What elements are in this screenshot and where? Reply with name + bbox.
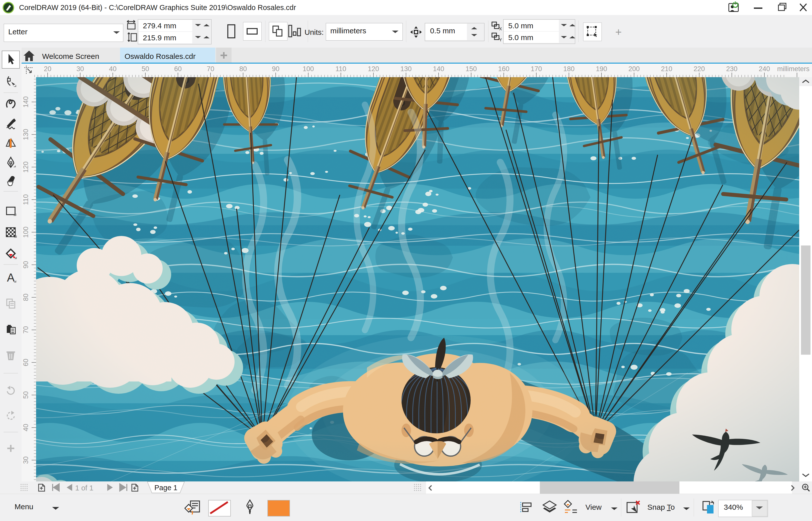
svg-text:100: 100 — [303, 65, 314, 73]
svg-text:A: A — [7, 271, 15, 284]
svg-text:X: X — [499, 27, 502, 31]
svg-text:70: 70 — [207, 65, 214, 73]
svg-text:40: 40 — [109, 65, 116, 73]
svg-text:130: 130 — [22, 129, 29, 140]
svg-text:80: 80 — [239, 65, 247, 73]
svg-text:Page 1: Page 1 — [154, 484, 177, 492]
svg-text:110: 110 — [335, 65, 346, 73]
svg-text:40: 40 — [22, 424, 29, 431]
svg-text:millimeters: millimeters — [777, 65, 810, 73]
svg-text:90: 90 — [272, 65, 280, 73]
svg-text:30: 30 — [76, 65, 84, 73]
svg-text:210: 210 — [661, 65, 672, 73]
svg-text:60: 60 — [174, 65, 182, 73]
svg-text:110: 110 — [22, 194, 29, 205]
svg-text:150: 150 — [465, 65, 477, 73]
svg-text:140: 140 — [433, 65, 444, 73]
svg-text:230: 230 — [726, 65, 737, 73]
svg-text:100: 100 — [22, 226, 29, 238]
svg-text:140: 140 — [22, 96, 29, 108]
svg-text:240: 240 — [759, 65, 770, 73]
svg-text:50: 50 — [22, 391, 29, 399]
svg-text:170: 170 — [530, 65, 542, 73]
svg-text:1 of 1: 1 of 1 — [75, 484, 93, 492]
svg-text:180: 180 — [563, 65, 574, 73]
svg-text:220: 220 — [694, 65, 705, 73]
svg-text:200: 200 — [628, 65, 640, 73]
svg-text:160: 160 — [498, 65, 509, 73]
svg-text:70: 70 — [22, 326, 29, 334]
svg-text:80: 80 — [22, 294, 29, 301]
svg-text:190: 190 — [596, 65, 607, 73]
svg-text:130: 130 — [400, 65, 412, 73]
svg-text:20: 20 — [44, 65, 51, 73]
svg-text:50: 50 — [141, 65, 149, 73]
svg-text:120: 120 — [22, 161, 29, 173]
svg-text:60: 60 — [22, 359, 29, 366]
svg-text:Y: Y — [499, 38, 502, 42]
svg-text:90: 90 — [22, 261, 29, 269]
svg-text:30: 30 — [22, 456, 29, 464]
svg-text:120: 120 — [368, 65, 379, 73]
